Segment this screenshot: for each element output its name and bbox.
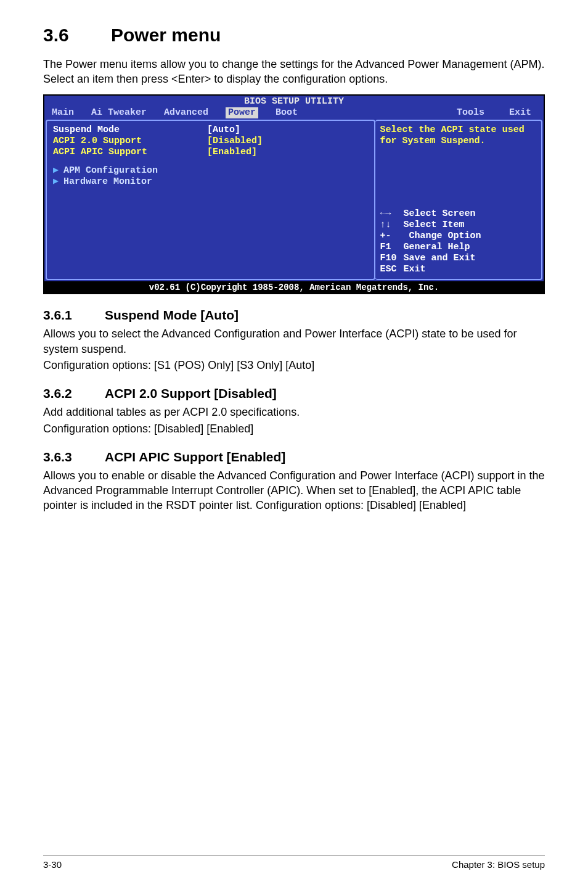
- body-paragraph: Configuration options: [S1 (POS) Only] […: [43, 358, 545, 373]
- subsection-title: ACPI 2.0 Support [Disabled]: [105, 386, 277, 400]
- bios-screenshot: BIOS SETUP UTILITY Main Ai Tweaker Advan…: [43, 94, 545, 295]
- key-symbol: F10: [380, 253, 404, 264]
- key-symbol: F1: [380, 242, 404, 253]
- subsection-number: 3.6.2: [43, 386, 105, 401]
- bios-key-legend: ←→Select Screen ↑↓Select Item +- Change …: [380, 208, 536, 275]
- bios-tab-advanced: Advanced: [164, 107, 208, 118]
- bios-tab-main: Main: [52, 107, 74, 118]
- subsection-number: 3.6.3: [43, 450, 105, 464]
- bios-item-label: Suspend Mode: [53, 125, 207, 136]
- bios-item: ACPI APIC Support [Enabled]: [53, 147, 369, 158]
- page-footer: 3-30 Chapter 3: BIOS setup: [43, 855, 545, 870]
- bios-left-panel: Suspend Mode [Auto] ACPI 2.0 Support [Di…: [46, 120, 375, 280]
- key-desc: Change Option: [404, 231, 481, 241]
- body-paragraph: Allows you to select the Advanced Config…: [43, 326, 545, 357]
- bios-item: ACPI 2.0 Support [Disabled]: [53, 136, 369, 147]
- bios-tab-power: Power: [226, 107, 258, 118]
- bios-submenu-label: Hardware Monitor: [63, 176, 152, 187]
- page-number: 3-30: [43, 859, 62, 870]
- subsection-heading: 3.6.1Suspend Mode [Auto]: [43, 308, 545, 323]
- key-symbol: ↑↓: [380, 220, 404, 231]
- bios-tab-tools: Tools: [457, 107, 484, 118]
- key-symbol: ESC: [380, 264, 404, 275]
- key-desc: Exit: [404, 264, 426, 274]
- bios-submenu: ▶APM Configuration: [53, 165, 369, 176]
- bios-title: BIOS SETUP UTILITY: [44, 96, 544, 107]
- bios-footer: v02.61 (C)Copyright 1985-2008, American …: [44, 281, 544, 294]
- section-heading: 3.6Power menu: [43, 25, 545, 46]
- triangle-icon: ▶: [53, 165, 59, 176]
- bios-help-text: Select the ACPI state used for System Su…: [380, 125, 536, 147]
- key-desc: General Help: [404, 242, 470, 252]
- key-desc: Save and Exit: [404, 253, 476, 263]
- body-paragraph: Add additional tables as per ACPI 2.0 sp…: [43, 405, 545, 419]
- chapter-label: Chapter 3: BIOS setup: [452, 859, 545, 870]
- key-symbol: +-: [380, 231, 404, 242]
- bios-submenu: ▶Hardware Monitor: [53, 176, 369, 188]
- body-paragraph: Allows you to enable or disable the Adva…: [43, 468, 545, 513]
- body-paragraph: Configuration options: [Disabled] [Enabl…: [43, 421, 545, 436]
- subsection-title: ACPI APIC Support [Enabled]: [105, 450, 285, 464]
- bios-menubar: Main Ai Tweaker Advanced Power Boot Tool…: [44, 107, 544, 120]
- bios-submenu-label: APM Configuration: [63, 165, 158, 176]
- section-number: 3.6: [43, 25, 111, 46]
- section-intro: The Power menu items allow you to change…: [43, 57, 545, 87]
- key-symbol: ←→: [380, 208, 404, 220]
- bios-tab-boot: Boot: [276, 107, 298, 118]
- triangle-icon: ▶: [53, 176, 59, 187]
- bios-right-panel: Select the ACPI state used for System Su…: [375, 120, 542, 280]
- bios-item: Suspend Mode [Auto]: [53, 125, 369, 136]
- key-desc: Select Screen: [404, 208, 476, 219]
- section-title: Power menu: [111, 25, 221, 45]
- bios-item-value: [Auto]: [207, 125, 240, 136]
- subsection-title: Suspend Mode [Auto]: [105, 308, 239, 322]
- key-desc: Select Item: [404, 220, 465, 230]
- bios-tab-aitweaker: Ai Tweaker: [91, 107, 147, 118]
- subsection-heading: 3.6.3ACPI APIC Support [Enabled]: [43, 450, 545, 464]
- bios-tab-exit: Exit: [509, 107, 531, 118]
- bios-item-label: ACPI 2.0 Support: [53, 136, 207, 147]
- bios-item-value: [Enabled]: [207, 147, 257, 158]
- bios-item-label: ACPI APIC Support: [53, 147, 207, 158]
- bios-item-value: [Disabled]: [207, 136, 263, 147]
- subsection-heading: 3.6.2ACPI 2.0 Support [Disabled]: [43, 386, 545, 401]
- subsection-number: 3.6.1: [43, 308, 105, 323]
